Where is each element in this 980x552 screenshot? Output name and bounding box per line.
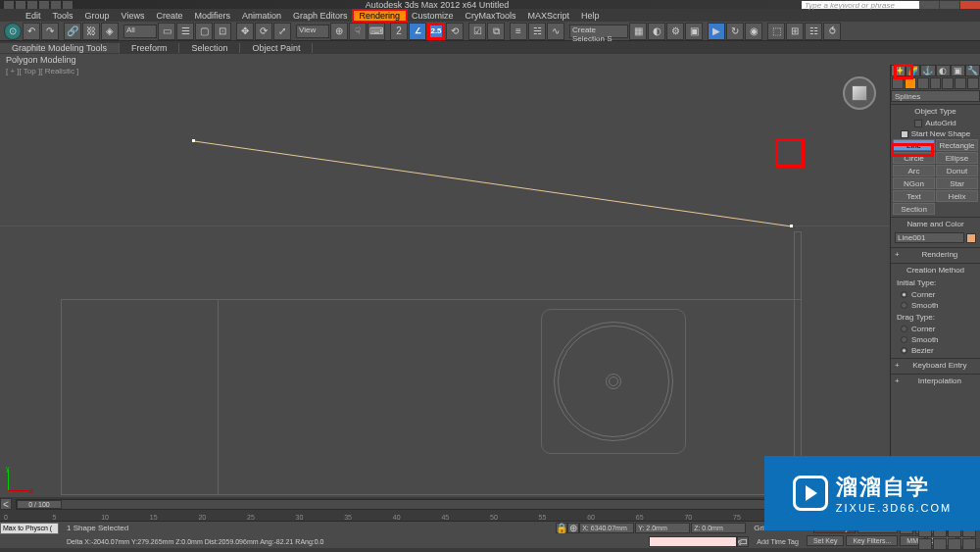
snap-percent-icon[interactable]: 2.5 [427, 23, 445, 40]
shapes-cat-icon[interactable] [905, 77, 916, 89]
ribbon-tab-freeform[interactable]: Freeform [120, 43, 180, 53]
rotate-icon[interactable]: ⟳ [255, 23, 272, 40]
render-iter-icon[interactable]: ↻ [726, 23, 744, 40]
viewcube[interactable] [843, 76, 876, 110]
ribbon-tab-graphite[interactable]: Graphite Modeling Tools [0, 43, 120, 53]
add-time-tag[interactable]: Add Time Tag [749, 538, 807, 545]
autogrid-checkbox[interactable] [914, 120, 922, 127]
align-icon[interactable]: ≡ [510, 23, 527, 40]
select-region-icon[interactable]: ▢ [195, 23, 213, 40]
maximize-button[interactable] [940, 1, 959, 9]
timeslider-prev-icon[interactable]: < [0, 498, 12, 510]
keyboard-entry-rollout[interactable]: Keyboard Entry [891, 359, 980, 372]
maxscript-mini-listener[interactable] [649, 536, 737, 547]
helix-button[interactable]: Helix [936, 190, 978, 202]
initial-corner-radio[interactable] [901, 291, 907, 298]
arc-button[interactable]: Arc [893, 165, 935, 176]
helpers-cat-icon[interactable] [942, 77, 954, 89]
minimize-button[interactable] [919, 1, 939, 9]
link-icon[interactable]: 🔗 [64, 23, 81, 40]
select-icon[interactable]: ▭ [158, 23, 175, 40]
material-editor-icon[interactable]: ◐ [648, 23, 665, 40]
line-vertex-2[interactable] [790, 225, 793, 227]
unlink-icon[interactable]: ⛓ [82, 23, 100, 40]
key-filters-button[interactable]: Key Filters... [846, 535, 898, 546]
lock-selection-icon[interactable]: 🔒 [556, 523, 567, 533]
ribbon-tab-objectpaint[interactable]: Object Paint [240, 43, 313, 53]
render-setup-icon[interactable]: ⚙ [666, 23, 684, 40]
utilities-tab-icon[interactable]: 🔧 [965, 65, 980, 76]
line-button[interactable]: Line [893, 139, 935, 151]
viewport-label[interactable]: [ + ][ Top ][ Realistic ] [6, 67, 78, 75]
lights-cat-icon[interactable] [917, 77, 929, 89]
selection-filter-combo[interactable]: All [123, 25, 157, 38]
qat-redo-icon[interactable] [63, 1, 73, 9]
window-crossing-icon[interactable]: ⊡ [214, 23, 231, 40]
menu-modifiers[interactable]: Modifiers [188, 11, 236, 21]
object-color-swatch[interactable] [966, 233, 976, 243]
render-active-icon[interactable]: ◉ [745, 23, 762, 40]
coord-y-input[interactable]: Y: 2.0mm [635, 523, 690, 533]
app-menu-icon[interactable]: ⊙ [4, 23, 22, 40]
donut-button[interactable]: Donut [936, 165, 978, 176]
menu-graph-editors[interactable]: Graph Editors [287, 11, 354, 21]
ref-coord-combo[interactable]: View [296, 25, 329, 38]
spacewarps-cat-icon[interactable] [955, 77, 966, 89]
viewcube-ring[interactable] [843, 76, 876, 110]
set-key-button[interactable]: Set Key [807, 535, 845, 546]
ellipse-button[interactable]: Ellipse [936, 152, 978, 164]
extra-icon-3[interactable]: ☷ [805, 23, 822, 40]
orbit-icon[interactable] [948, 538, 961, 550]
menu-maxscript[interactable]: MAXScript [522, 11, 576, 21]
snap-angle-icon[interactable]: ∠ [409, 23, 426, 40]
scale-icon[interactable]: ⤢ [273, 23, 291, 40]
undo-icon[interactable]: ↶ [23, 23, 40, 40]
named-sel-icon[interactable]: ☑ [468, 23, 486, 40]
menu-views[interactable]: Views [116, 11, 151, 21]
help-search-input[interactable]: Type a keyword or phrase [802, 1, 919, 9]
max-toggle-icon[interactable] [962, 538, 976, 550]
viewport[interactable]: [ + ][ Top ][ Realistic ] y x [0, 65, 890, 497]
curve-editor-icon[interactable]: ∿ [547, 23, 564, 40]
mirror-icon[interactable]: ⧉ [487, 23, 505, 40]
ngon-button[interactable]: NGon [893, 177, 935, 189]
rectangle-button[interactable]: Rectangle [936, 139, 978, 151]
close-button[interactable] [960, 1, 980, 9]
qat-undo-icon[interactable] [51, 1, 61, 9]
rendering-rollout[interactable]: Rendering [891, 248, 980, 261]
star-button[interactable]: Star [936, 177, 978, 189]
zoom-extents-icon[interactable] [918, 538, 932, 550]
shapes-dropdown[interactable]: Splines [891, 90, 980, 102]
viewcube-face[interactable] [852, 85, 867, 101]
menu-group[interactable]: Group [79, 11, 116, 21]
line-vertex-1[interactable] [192, 139, 195, 142]
create-tab-icon[interactable]: ✨ [891, 65, 906, 76]
interpolation-rollout[interactable]: Interpolation [891, 375, 980, 387]
hierarchy-tab-icon[interactable]: ⚓ [920, 65, 935, 76]
keyboard-shortcut-icon[interactable]: ⌨ [368, 23, 385, 40]
text-button[interactable]: Text [893, 190, 935, 202]
cameras-cat-icon[interactable] [930, 77, 942, 89]
section-button[interactable]: Section [893, 203, 935, 215]
select-name-icon[interactable]: ☰ [176, 23, 194, 40]
layers-icon[interactable]: ☵ [528, 23, 546, 40]
ribbon-sub[interactable]: Polygon Modeling [0, 54, 980, 65]
ribbon-tab-selection[interactable]: Selection [179, 43, 240, 53]
snap-2d-icon[interactable]: 2 [390, 23, 408, 40]
qat-new-icon[interactable] [16, 1, 25, 9]
menu-animation[interactable]: Animation [236, 11, 287, 21]
modify-tab-icon[interactable]: 🌈 [906, 65, 920, 76]
display-tab-icon[interactable]: ▣ [951, 65, 965, 76]
menu-customize[interactable]: Customize [406, 11, 460, 21]
coord-x-input[interactable]: X: 6340.07mm [579, 523, 634, 533]
menu-edit[interactable]: Edit [20, 11, 47, 21]
redo-icon[interactable]: ↷ [41, 23, 59, 40]
pivot-icon[interactable]: ⊕ [330, 23, 348, 40]
extra-icon-4[interactable]: ⥀ [823, 23, 841, 40]
object-name-input[interactable]: Line001 [895, 232, 964, 243]
drag-smooth-radio[interactable] [901, 336, 907, 343]
menu-tools[interactable]: Tools [47, 11, 79, 21]
initial-smooth-radio[interactable] [901, 302, 907, 309]
menu-rendering[interactable]: Rendering [352, 9, 409, 23]
time-tag-icon[interactable]: 🏷 [737, 536, 749, 547]
